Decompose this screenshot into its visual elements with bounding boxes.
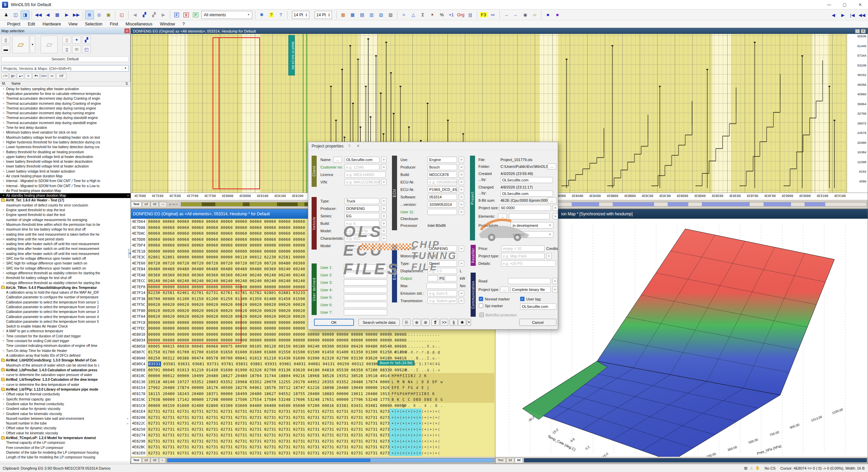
- user-5-input[interactable]: [344, 294, 387, 300]
- hex-row[interactable]: 4E805800005 00015 00030 00045 00060 0007…: [131, 343, 495, 350]
- hex-row[interactable]: 4E82BC02731 02731 02731 02731 02731 0273…: [131, 444, 495, 450]
- hex-tab-text[interactable]: Text: [131, 458, 142, 463]
- map-list-item[interactable]: ✳waiting time after heater switch off un…: [0, 242, 131, 247]
- engine-output-ps-input[interactable]: [428, 275, 438, 281]
- hex-row[interactable]: 4E813019518 40140 19727 03352 19803 0335…: [131, 379, 495, 385]
- map-list-item[interactable]: ✳waiting time after heater switch on unt…: [0, 247, 131, 251]
- map-list-item[interactable]: ✳Maximum battery voltage level for enabl…: [0, 135, 131, 140]
- filter-v-icon[interactable]: V: [182, 11, 191, 19]
- map-list-item[interactable]: ✳Engine speed threshold to start the tes…: [0, 213, 131, 217]
- map-list-item[interactable]: Nusselt number in the tube=: [0, 421, 131, 426]
- map-list-item[interactable]: Length of the tube for modeling the LP c…: [0, 455, 131, 460]
- map-list-item[interactable]: ✳Air crank heating phase duration Map: [0, 174, 131, 178]
- nav-first-icon[interactable]: ◀◀: [34, 11, 43, 19]
- user-tag-checkbox[interactable]: ✓User tag:: [520, 297, 541, 301]
- map-list-item[interactable]: ✳curve to determine the saturation vapor…: [0, 373, 131, 377]
- map-list-item[interactable]: ✳lower battery threshold voltage limit a…: [0, 159, 131, 164]
- hammer-icon[interactable]: ✶: [428, 11, 437, 19]
- search-vehicle-data-button[interactable]: Search vehicle data: [358, 319, 400, 326]
- pane-first-icon[interactable]: |◀: [848, 11, 857, 19]
- menu-edit[interactable]: Edit: [24, 21, 39, 27]
- map-list-item[interactable]: ✳Thermal accumulator decrement step duri…: [0, 116, 131, 120]
- list-2-icon[interactable]: ≔: [489, 11, 497, 19]
- dialog-tool-0-icon[interactable]: ⎘: [402, 319, 411, 326]
- hex-row[interactable]: 4E829802731 02731 02731 02731 02731 0273…: [131, 438, 495, 445]
- ecu-nr1-input[interactable]: e.g. 03G906016GN: [428, 179, 457, 185]
- map-list-item[interactable]: ✳waiting time until the next period star…: [0, 237, 131, 241]
- hex-tab-=[interactable]: =: [159, 458, 165, 463]
- vehicle-modelyear-more[interactable]: >: [381, 243, 387, 249]
- save-map-button[interactable]: ▬: [1, 45, 10, 53]
- map-list-item[interactable]: ✳Time for test delay duration: [0, 125, 131, 130]
- user-3-input[interactable]: [344, 279, 387, 286]
- engine-motorcode-input[interactable]: 3.9D: [428, 253, 457, 259]
- engine-producer-input[interactable]: DONFENG: [428, 245, 457, 252]
- hex-row[interactable]: 4E817818115 20480 18243 20480 18371 0000…: [131, 391, 495, 397]
- hex-row[interactable]: 4E810C00000 00012 00000 10499 20480 1862…: [131, 373, 495, 379]
- menu-window[interactable]: Window: [156, 21, 179, 27]
- map-list-item[interactable]: Diameter of the tube for modeling the LP…: [0, 450, 131, 455]
- mail-button[interactable]: ✉: [72, 45, 81, 53]
- pane-next-icon[interactable]: ▶: [839, 11, 847, 19]
- licence-input[interactable]: e.g. WES-H4900: [344, 172, 386, 178]
- hex-values[interactable]: 02731 02731 02731 02731 02731 02731 0273…: [147, 409, 407, 414]
- chart-nav-buttons[interactable]: |< << <: [169, 203, 178, 206]
- ecu-nr2-more[interactable]: >: [459, 186, 464, 193]
- hex-values[interactable]: 02731 02731 02731 02731 02731 02731 0273…: [147, 427, 407, 432]
- map-folder-row[interactable]: AirMod_LibH2OCondsStorg: 1.3.0 Storage M…: [0, 358, 131, 363]
- vehicle-characteristic-more[interactable]: >: [381, 235, 387, 241]
- app-menu-icon[interactable]: ♟: [2, 11, 11, 19]
- child-restore-icon[interactable]: ▫: [855, 29, 860, 33]
- map-list-item[interactable]: ✳waiting time after heater switch off un…: [0, 251, 131, 256]
- elements-combo[interactable]: All elements▼: [201, 11, 252, 19]
- filter-p-icon[interactable]: P: [191, 11, 200, 19]
- read-input[interactable]: [508, 278, 551, 284]
- map-wizard-button[interactable]: ✦: [72, 36, 81, 44]
- dialog-tool-caret-icon[interactable]: ▼: [467, 319, 471, 326]
- menu-selection[interactable]: Selection: [81, 21, 106, 27]
- map-list-item[interactable]: Calibration parameter to select the temp…: [0, 304, 131, 309]
- folder-open-icon[interactable]: ▱: [530, 11, 539, 19]
- dialog-tool-5-icon[interactable]: §: [450, 319, 458, 326]
- export-map-button[interactable]: ▯: [62, 45, 71, 53]
- hex-values[interactable]: 19518 40140 19727 03352 19803 03352 1996…: [147, 380, 407, 384]
- hex-values[interactable]: 18115 20480 18243 20480 18371 00000 1849…: [147, 392, 407, 396]
- ecu-software-input[interactable]: 053314: [428, 194, 457, 200]
- maps-compare-icon[interactable]: ▞: [140, 11, 149, 19]
- map3d-tab-3d[interactable]: 3d: [515, 458, 523, 463]
- hex-values[interactable]: 02731 02731 02731 02731 02731 02731 0273…: [147, 439, 407, 444]
- filter-5-icon[interactable]: KK▾: [40, 73, 48, 79]
- window-properties-icon[interactable]: ◫: [11, 11, 20, 19]
- map-list-item[interactable]: ✳Air standby heating phase duration Map▪: [0, 193, 131, 198]
- map-list-item[interactable]: ✳Turn-On delay Time for Intake Air Heate…: [0, 348, 131, 353]
- chart-tab-3d[interactable]: 3d: [151, 202, 159, 206]
- hex-row[interactable]: 4E82E002731 02731 02731 02731 02731 0273…: [131, 450, 495, 456]
- ptype2-more[interactable]: >: [552, 287, 558, 293]
- hex-tab-2d[interactable]: 2d: [142, 458, 150, 463]
- map-list-item[interactable]: ✳Time constant for the duration of Cold …: [0, 334, 131, 338]
- view-3d-icon[interactable]: △: [409, 11, 418, 19]
- changed-by-input[interactable]: OLSecufile.com: [500, 191, 553, 197]
- export-icon[interactable]: →: [502, 11, 511, 19]
- vehicle-type-more[interactable]: >: [381, 198, 387, 204]
- hex-row[interactable]: 4E803400000 00000 00000 00000 00000 0000…: [131, 337, 495, 343]
- hex-row[interactable]: 4E801000000 00000 00000 00000 00000 0000…: [131, 332, 495, 338]
- map-folder-row[interactable]: AirMod_LibPresSat: 1.4.0 Calculation of …: [0, 368, 131, 372]
- hex-row[interactable]: 4E827402731 02731 02731 02731 02731 0273…: [131, 432, 495, 438]
- map-list-item[interactable]: ✳lower battery threshold voltage limit a…: [0, 164, 131, 169]
- ecu-use-more[interactable]: >: [459, 157, 464, 163]
- map-list-item[interactable]: Calibration parameter to select the temp…: [0, 300, 131, 304]
- engine-output-kw-input[interactable]: [445, 275, 457, 281]
- engine-transmission-more[interactable]: >: [459, 298, 464, 304]
- column-name[interactable]: Name: [12, 82, 21, 85]
- map-list-item[interactable]: Calibration parameter to select the temp…: [0, 314, 131, 319]
- chart-tab-text[interactable]: Text: [131, 202, 142, 206]
- map-list-item[interactable]: ✳Internal - Migrated to SDOM from Old CM…: [0, 179, 131, 183]
- map-list-item[interactable]: ✳Thermal accumulator increment step duri…: [0, 101, 131, 106]
- f3-icon[interactable]: F3: [479, 11, 488, 19]
- map-list-item[interactable]: Thermal capacity of the LP compressor.: [0, 440, 131, 445]
- hexdump-chart-titlebar[interactable]: DONFENG EG (Original) as <All elements>,…: [131, 28, 868, 34]
- hex-row[interactable]: 4E80A000250 00312 00386 00474 00578 0070…: [131, 355, 495, 361]
- ecu-build-input[interactable]: MD1CC878: [428, 172, 457, 178]
- map-list-item[interactable]: ✳Thermal accumulator increment step duri…: [0, 111, 131, 115]
